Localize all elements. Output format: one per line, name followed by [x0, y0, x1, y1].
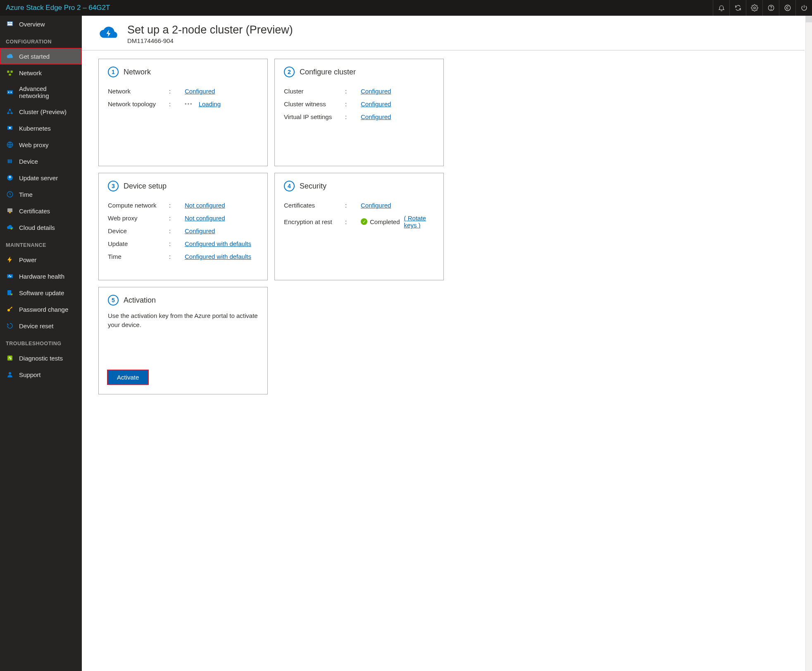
svg-rect-5: [8, 22, 10, 24]
link-cluster-configured[interactable]: Configured: [361, 88, 391, 95]
sidebar-item-label: Certificates: [19, 208, 50, 215]
sidebar-item-label: Advanced networking: [19, 85, 76, 99]
sidebar-item-password-change[interactable]: Password change: [0, 301, 82, 318]
sidebar-item-label: Time: [19, 191, 33, 198]
link-topology-loading[interactable]: Loading: [199, 100, 221, 107]
sidebar-item-certificates[interactable]: Certificates: [0, 203, 82, 219]
link-device[interactable]: Configured: [185, 227, 215, 234]
sidebar-item-cluster[interactable]: Cluster (Preview): [0, 103, 82, 120]
link-rotate-keys[interactable]: ( Rotate keys ): [404, 215, 434, 229]
svg-rect-11: [7, 91, 13, 94]
sidebar-item-overview[interactable]: Overview: [0, 16, 82, 32]
bell-icon[interactable]: [713, 0, 729, 16]
card-device-setup: 3 Device setup Compute network : Not con…: [98, 173, 268, 280]
support-icon: [6, 370, 14, 379]
update-server-icon: [6, 174, 14, 182]
refresh-icon[interactable]: [729, 0, 746, 16]
status-completed: ✓ Completed: [361, 218, 400, 225]
link-compute[interactable]: Not configured: [185, 202, 225, 209]
sidebar-item-software-update[interactable]: Software update: [0, 284, 82, 301]
link-network-configured[interactable]: Configured: [185, 88, 215, 95]
sidebar-item-web-proxy[interactable]: Web proxy: [0, 136, 82, 153]
sidebar-section-configuration: CONFIGURATION: [0, 32, 82, 48]
globe-icon: [6, 141, 14, 149]
link-proxy[interactable]: Not configured: [185, 215, 225, 222]
page-title: Set up a 2-node cluster (Preview): [127, 23, 293, 36]
svg-point-27: [11, 228, 13, 230]
top-bar: Azure Stack Edge Pro 2 – 64G2T: [0, 0, 812, 16]
svg-point-32: [9, 372, 11, 375]
sidebar-item-network[interactable]: Network: [0, 64, 82, 81]
kv-key: Network topology: [108, 100, 169, 107]
cloud-icon: [6, 52, 14, 60]
svg-point-18: [9, 127, 11, 129]
help-icon[interactable]: [762, 0, 779, 16]
sidebar-item-label: Kubernetes: [19, 125, 51, 132]
link-vip-configured[interactable]: Configured: [361, 113, 391, 120]
sidebar: Overview CONFIGURATION Get started Netwo…: [0, 16, 82, 671]
svg-point-30: [7, 309, 10, 311]
page-subtitle: DM1174466-904: [127, 37, 293, 44]
svg-rect-6: [10, 22, 12, 24]
svg-rect-10: [9, 74, 11, 76]
diagnostics-icon: [6, 354, 14, 362]
gear-icon[interactable]: [746, 0, 762, 16]
sidebar-item-power[interactable]: Power: [0, 251, 82, 268]
certificate-icon: [6, 207, 14, 215]
power-icon[interactable]: [795, 0, 812, 16]
sidebar-item-get-started[interactable]: Get started: [0, 48, 82, 64]
kv-key: Encryption at rest: [284, 218, 345, 225]
sidebar-item-diagnostics[interactable]: Diagnostic tests: [0, 350, 82, 366]
sidebar-item-cloud-details[interactable]: Cloud details: [0, 219, 82, 236]
sidebar-item-kubernetes[interactable]: Kubernetes: [0, 120, 82, 136]
svg-point-3: [785, 5, 791, 11]
svg-rect-7: [8, 24, 12, 25]
sidebar-item-label: Overview: [19, 21, 45, 28]
overview-icon: [6, 20, 14, 28]
kv-key: Compute network: [108, 202, 169, 209]
cloud-details-icon: [6, 223, 14, 232]
scrollbar[interactable]: [805, 16, 812, 671]
sidebar-section-maintenance: MAINTENANCE: [0, 236, 82, 251]
card-title: Network: [124, 68, 151, 76]
sidebar-item-label: Device: [19, 158, 38, 165]
card-title: Activation: [124, 296, 156, 305]
step-number: 5: [108, 295, 119, 306]
sidebar-item-label: Update server: [19, 174, 58, 181]
kv-key: Network: [108, 88, 169, 95]
activate-button[interactable]: Activate: [108, 370, 148, 384]
link-update[interactable]: Configured with defaults: [185, 240, 251, 247]
page-header: Set up a 2-node cluster (Preview) DM1174…: [82, 16, 805, 50]
svg-rect-22: [11, 160, 12, 163]
cards-grid: 1 Network Network : Configured Network t…: [82, 59, 812, 394]
sidebar-item-time[interactable]: Time: [0, 186, 82, 203]
svg-rect-20: [8, 160, 9, 163]
copyright-icon[interactable]: [779, 0, 795, 16]
link-witness-configured[interactable]: Configured: [361, 100, 391, 107]
content-area: Set up a 2-node cluster (Preview) DM1174…: [82, 16, 812, 671]
sidebar-item-hardware-health[interactable]: Hardware health: [0, 268, 82, 284]
link-time[interactable]: Configured with defaults: [185, 253, 251, 260]
sidebar-item-label: Device reset: [19, 322, 53, 330]
adv-network-icon: [6, 88, 14, 96]
sidebar-item-label: Password change: [19, 306, 68, 313]
kv-key: Certificates: [284, 202, 345, 209]
step-number: 4: [284, 181, 295, 191]
sidebar-item-label: Cloud details: [19, 224, 55, 231]
sidebar-item-support[interactable]: Support: [0, 366, 82, 383]
svg-rect-8: [7, 71, 9, 73]
svg-point-2: [771, 9, 771, 10]
sidebar-item-device-reset[interactable]: Device reset: [0, 318, 82, 334]
status-text: Completed: [370, 218, 400, 225]
kv-key: Cluster: [284, 88, 345, 95]
sidebar-item-label: Get started: [19, 53, 50, 60]
sidebar-item-advanced-networking[interactable]: Advanced networking: [0, 81, 82, 103]
software-update-icon: [6, 289, 14, 297]
svg-point-0: [753, 7, 755, 9]
link-cert[interactable]: Configured: [361, 202, 391, 209]
svg-rect-9: [11, 71, 13, 73]
kv-key: Time: [108, 253, 169, 260]
sidebar-item-update-server[interactable]: Update server: [0, 170, 82, 186]
sidebar-item-device[interactable]: Device: [0, 153, 82, 170]
sidebar-item-label: Network: [19, 69, 42, 76]
